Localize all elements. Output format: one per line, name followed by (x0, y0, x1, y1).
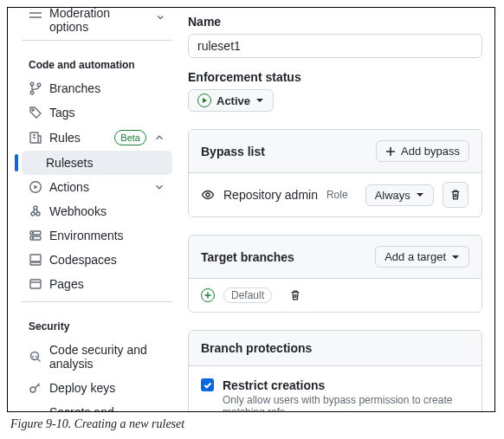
bypass-row: Repository admin Role Always (201, 182, 469, 208)
chevron-up-icon (153, 132, 165, 144)
svg-point-12 (32, 237, 33, 238)
plus-circle-icon (201, 288, 215, 302)
sidebar-item-codespaces[interactable]: Codespaces (22, 248, 172, 272)
sidebar-item-tags[interactable]: Tags (22, 100, 172, 125)
codescan-icon (29, 350, 42, 364)
caret-down-icon (416, 190, 424, 199)
sidebar-subitem-rulesets[interactable]: Rulesets (22, 151, 172, 175)
protection-desc: Only allow users with bypass permission … (223, 394, 469, 411)
webhook-icon (29, 204, 42, 218)
add-bypass-button[interactable]: Add bypass (376, 140, 469, 162)
svg-point-0 (30, 82, 34, 86)
sidebar-item-label: Branches (49, 81, 100, 95)
enforcement-label: Enforcement status (188, 70, 482, 84)
svg-point-23 (206, 193, 210, 197)
sidebar-item-label: Secrets and variables (49, 405, 142, 411)
sidebar-item-label: Pages (49, 277, 84, 291)
name-input[interactable] (188, 34, 482, 58)
checkbox-restrict-creations[interactable] (201, 378, 214, 391)
tag-icon (29, 106, 42, 119)
eye-icon (201, 188, 215, 202)
sidebar-item-label: Webhooks (49, 204, 107, 218)
sidebar-item-codesecurity[interactable]: Code security and analysis (22, 338, 172, 376)
chevron-down-icon (153, 181, 165, 193)
delete-target-button[interactable] (289, 289, 301, 301)
sidebar-item-branches[interactable]: Branches (22, 76, 172, 100)
svg-rect-14 (30, 262, 41, 265)
git-branch-icon (29, 81, 42, 95)
chevron-down-icon (155, 11, 165, 23)
protection-title: Restrict creations (223, 378, 469, 392)
svg-point-2 (37, 83, 41, 87)
target-row: Default (201, 287, 469, 303)
svg-point-16 (31, 352, 39, 360)
enforcement-dropdown[interactable]: Active (188, 89, 274, 112)
sidebar-item-pages[interactable]: Pages (22, 272, 172, 296)
sidebar-item-label: Environments (49, 229, 124, 242)
sidebar-item-actions[interactable]: Actions (22, 175, 172, 199)
bypass-role: Role (326, 189, 348, 201)
svg-point-7 (36, 212, 40, 216)
ruleset-form: Name Enforcement status Active Bypass li… (179, 8, 494, 411)
add-target-button[interactable]: Add a target (375, 246, 469, 268)
name-label: Name (188, 15, 482, 29)
sidebar-heading-security: Security (22, 307, 172, 338)
sidebar-item-label: Code security and analysis (49, 343, 165, 371)
bypass-mode-dropdown[interactable]: Always (365, 184, 434, 206)
sidebar-item-secrets[interactable]: Secrets and variables (22, 400, 172, 411)
svg-point-8 (34, 206, 37, 210)
targets-panel: Target branches Add a target Default (188, 235, 482, 313)
sidebar-item-webhooks[interactable]: Webhooks (22, 199, 172, 223)
delete-bypass-button[interactable] (443, 182, 468, 208)
trash-icon (449, 189, 462, 201)
sidebar-heading-code: Code and automation (22, 46, 172, 76)
sidebar-item-label: Rules (49, 131, 81, 145)
svg-rect-15 (30, 280, 41, 288)
bypass-panel: Bypass list Add bypass Repository admin … (188, 129, 482, 217)
svg-point-6 (31, 212, 35, 216)
bypass-heading: Bypass list (201, 145, 265, 158)
check-icon (204, 381, 212, 390)
svg-point-17 (30, 387, 36, 392)
browser-icon (29, 277, 42, 291)
beta-badge: Beta (114, 130, 146, 145)
sidebar-item-label: Actions (49, 180, 89, 194)
codespaces-icon (29, 253, 42, 267)
plus-icon (385, 146, 396, 157)
protection-item: Restrict creations Only allow users with… (201, 378, 469, 411)
protections-heading: Branch protections (201, 341, 312, 355)
sidebar-item-label: Codespaces (49, 253, 117, 267)
svg-rect-13 (30, 255, 41, 261)
targets-heading: Target branches (201, 250, 294, 264)
caret-down-icon (451, 253, 460, 261)
sidebar-item-moderation[interactable]: Moderation options (22, 8, 172, 35)
sidebar-item-label: Tags (49, 106, 75, 119)
protections-panel: Branch protections Restrict creations On… (188, 330, 482, 411)
target-pill[interactable]: Default (223, 287, 272, 303)
sidebar-item-label: Rulesets (46, 156, 93, 170)
bypass-name: Repository admin (223, 188, 318, 202)
enforcement-value: Active (216, 94, 250, 107)
play-circle-icon (29, 180, 42, 194)
sidebar-item-deploykeys[interactable]: Deploy keys (22, 376, 172, 400)
trash-icon (289, 289, 301, 301)
repo-push-icon (29, 131, 42, 145)
svg-point-1 (30, 91, 34, 94)
key-icon (29, 381, 42, 395)
caret-down-icon (255, 96, 264, 105)
comment-icon (29, 10, 42, 24)
settings-sidebar: Moderation options Code and automation B… (8, 8, 179, 411)
play-icon (197, 94, 211, 107)
sidebar-item-environments[interactable]: Environments (22, 223, 172, 248)
figure-caption: Figure 9-10. Creating a new ruleset (7, 412, 497, 431)
svg-point-3 (32, 109, 34, 111)
svg-point-11 (32, 232, 33, 233)
sidebar-item-rules[interactable]: Rules Beta (22, 125, 172, 151)
server-icon (29, 229, 42, 242)
sidebar-item-label: Deploy keys (49, 381, 115, 395)
